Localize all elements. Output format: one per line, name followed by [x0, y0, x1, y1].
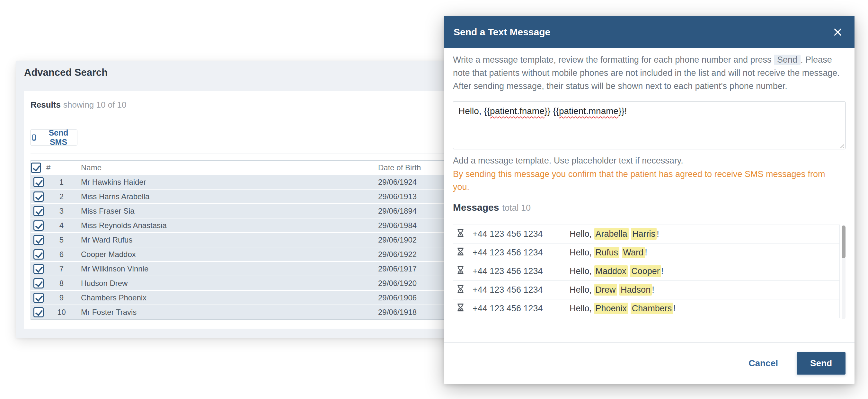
- message-text: Hello, Maddox Cooper!: [565, 262, 840, 281]
- template-placeholder-fname: patient.fname: [490, 106, 545, 116]
- close-button[interactable]: [832, 26, 844, 38]
- cell-number: 10: [46, 305, 77, 320]
- cell-number: 1: [46, 175, 77, 189]
- results-count: showing 10 of 10: [63, 100, 127, 110]
- cancel-button[interactable]: Cancel: [748, 358, 778, 368]
- send-key-hint: Send: [774, 55, 801, 65]
- message-row: +44 123 456 1234 Hello, Rufus Ward!: [453, 244, 840, 262]
- message-row: +44 123 456 1234 Hello, Arabella Harris!: [453, 225, 840, 244]
- hourglass-icon: [456, 247, 465, 256]
- send-sms-button-label: Send SMS: [40, 128, 77, 147]
- message-phone: +44 123 456 1234: [468, 225, 565, 244]
- hourglass-icon: [456, 228, 465, 238]
- name-highlight: Arabella: [594, 228, 629, 240]
- greeting-text: Hello,: [569, 229, 592, 239]
- punct-text: !: [661, 266, 664, 276]
- messages-heading-label: Messages: [453, 202, 499, 213]
- cell-name: Miss Reynolds Anastasia: [77, 218, 374, 233]
- message-text: Hello, Phoenix Chambers!: [565, 299, 840, 318]
- message-phone: +44 123 456 1234: [468, 281, 565, 299]
- cell-name: Mr Ward Rufus: [77, 233, 374, 247]
- scrollbar-thumb[interactable]: [842, 225, 845, 258]
- name-highlight: Phoenix: [594, 303, 628, 314]
- results-heading: Resultsshowing 10 of 10: [31, 100, 127, 110]
- modal-body: Write a message template, review the for…: [453, 48, 845, 320]
- hourglass-icon: [456, 284, 465, 294]
- punct-text: !: [673, 304, 676, 313]
- hourglass-icon: [456, 265, 465, 275]
- template-text: Hello, {{: [458, 106, 490, 116]
- message-phone: +44 123 456 1234: [468, 299, 565, 318]
- punct-text: !: [645, 248, 647, 257]
- template-text: }} {{: [545, 106, 559, 116]
- send-text-message-dialog: Send a Text Message Write a message temp…: [444, 16, 855, 384]
- send-button[interactable]: Send: [797, 352, 845, 375]
- punct-text: !: [652, 285, 654, 295]
- message-text: Hello, Drew Hadson!: [565, 281, 840, 299]
- template-placeholder-mname: patient.mname: [559, 106, 618, 116]
- greeting-text: Hello,: [569, 248, 592, 257]
- cell-number: 9: [46, 291, 77, 305]
- template-text: }}!: [618, 106, 627, 116]
- row-checkbox[interactable]: [33, 249, 44, 259]
- results-label: Results: [31, 100, 61, 110]
- name-highlight: Rufus: [594, 247, 620, 258]
- messages-total: total 10: [502, 203, 531, 213]
- message-text: Hello, Rufus Ward!: [565, 244, 840, 262]
- messages-heading: Messagestotal 10: [453, 201, 845, 216]
- message-row: +44 123 456 1234 Hello, Drew Hadson!: [453, 281, 840, 299]
- cell-name: Miss Fraser Sia: [77, 204, 374, 218]
- cell-number: 5: [46, 233, 77, 247]
- row-checkbox[interactable]: [33, 278, 44, 288]
- punct-text: !: [657, 229, 659, 239]
- greeting-text: Hello,: [569, 285, 592, 295]
- name-highlight: Chambers: [630, 303, 673, 314]
- greeting-text: Hello,: [569, 266, 592, 276]
- message-template-input[interactable]: Hello, {{patient.fname}} {{patient.mname…: [453, 101, 845, 149]
- message-phone: +44 123 456 1234: [468, 262, 565, 281]
- greeting-text: Hello,: [569, 304, 592, 313]
- row-checkbox[interactable]: [33, 220, 44, 231]
- column-header-number: #: [46, 160, 77, 175]
- cell-name: Mr Wilkinson Vinnie: [77, 262, 374, 276]
- row-checkbox[interactable]: [33, 235, 44, 245]
- name-highlight: Ward: [622, 247, 645, 258]
- modal-header: Send a Text Message: [444, 16, 855, 48]
- row-checkbox[interactable]: [33, 206, 44, 216]
- message-phone: +44 123 456 1234: [468, 244, 565, 262]
- cell-name: Chambers Phoenix: [77, 291, 374, 305]
- messages-scrollbar[interactable]: [842, 225, 845, 319]
- modal-title: Send a Text Message: [454, 27, 550, 38]
- row-checkbox[interactable]: [33, 307, 44, 317]
- cell-number: 2: [46, 189, 77, 204]
- cell-name: Mr Foster Travis: [77, 305, 374, 320]
- modal-footer: Cancel Send: [444, 343, 855, 384]
- message-row: +44 123 456 1234 Hello, Maddox Cooper!: [453, 262, 840, 281]
- row-checkbox[interactable]: [33, 293, 44, 303]
- row-checkbox[interactable]: [33, 177, 44, 187]
- row-checkbox[interactable]: [33, 264, 44, 274]
- cell-number: 7: [46, 262, 77, 276]
- name-highlight: Hadson: [619, 284, 652, 296]
- modal-intro: Write a message template, review the for…: [453, 53, 845, 93]
- cell-number: 6: [46, 247, 77, 262]
- mobile-phone-icon: [31, 134, 38, 141]
- name-highlight: Maddox: [594, 265, 628, 277]
- messages-table: +44 123 456 1234 Hello, Arabella Harris!: [453, 224, 840, 318]
- cell-name: Hudson Drew: [77, 276, 374, 291]
- select-all-checkbox[interactable]: [31, 162, 41, 173]
- name-highlight: Cooper: [630, 265, 661, 277]
- name-highlight: Harris: [631, 228, 657, 240]
- cell-number: 8: [46, 276, 77, 291]
- textarea-resize-handle-icon[interactable]: [839, 143, 844, 148]
- row-checkbox[interactable]: [33, 191, 44, 202]
- send-sms-button[interactable]: Send SMS: [30, 129, 78, 146]
- close-icon: [833, 27, 843, 37]
- cell-name: Mr Hawkins Haider: [77, 175, 374, 189]
- message-row: +44 123 456 1234 Hello, Phoenix Chambers…: [453, 299, 840, 318]
- intro-text-1: Write a message template, review the for…: [453, 55, 772, 65]
- name-highlight: Drew: [594, 284, 617, 296]
- consent-note: By sending this message you confirm that…: [453, 168, 835, 193]
- page: { "background_page": { "title": "Advance…: [0, 0, 868, 399]
- hourglass-icon: [456, 303, 465, 312]
